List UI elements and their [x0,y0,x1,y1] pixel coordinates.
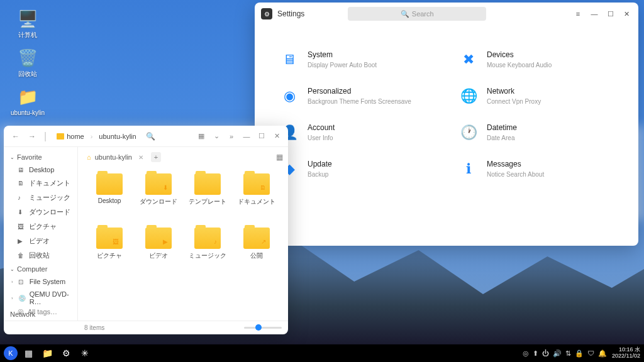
folder-music[interactable]: ♪ミュージック [185,225,230,275]
settings-item-sub: Date Area [487,134,517,141]
sidebar-item-label: ピクチャ [29,222,57,231]
tab-add-button[interactable]: + [151,152,161,162]
tray-network-icon[interactable]: ⇅ [565,349,571,358]
desktop-icon-computer[interactable]: 🖥️ 计算机 [8,5,48,41]
settings-item-system[interactable]: 🖥SystemDisplay Power Auto Boot [280,50,434,69]
settings-item-messages[interactable]: ℹMessagesNotice Search About [459,160,613,178]
folder-pictures[interactable]: 🖼ピクチャ [87,225,132,275]
tray-icon[interactable]: ◎ [523,349,529,358]
settings-search[interactable]: 🔍 Search [348,7,486,21]
breadcrumb-label: ubuntu-kylin [99,133,136,140]
folder-label: ピクチャ [97,251,122,260]
document-icon: 🗎 [18,180,25,187]
chevron-down-icon: ⌄ [10,266,14,272]
settings-item-devices[interactable]: ✖DevicesMouse Keyboard Audio [459,50,613,69]
view-grid-button[interactable]: ▦ [195,130,208,143]
minimize-button[interactable]: — [240,130,253,143]
taskbar-file-manager[interactable]: 📁 [39,346,55,361]
more-button[interactable]: » [225,130,238,143]
music-icon: ♪ [18,194,25,201]
settings-item-sub: Mouse Keyboard Audio [487,62,552,69]
slider-thumb[interactable] [255,324,262,331]
desktop-icon-home[interactable]: 📁 ubuntu-kylin [8,83,48,119]
window-controls: ≡ — ☐ ✕ [573,9,632,19]
zoom-slider[interactable] [244,327,282,329]
folder-label: ミュージック [189,251,226,260]
folder-templates[interactable]: テンプレート [185,171,230,221]
sidebar-item-desktop[interactable]: 🖥Desktop [4,163,77,176]
desktop-icon-trash[interactable]: 🗑️ 回收站 [8,44,48,80]
folder-badge: ↗ [261,238,266,245]
back-button[interactable]: ← [9,129,23,143]
tray-icon[interactable]: ⬆ [533,349,538,358]
sidebar-item-documents[interactable]: 🗎ドキュメント [4,176,77,190]
breadcrumb: home › ubuntu-kylin [54,131,139,141]
folder-label: 公開 [250,251,263,260]
sidebar-group-label: Favorite [17,153,42,161]
file-manager-main: ⌂ ubuntu-kylin ✕ + ▦ Desktop ⬇ダウンロード テンプ… [78,147,288,321]
folder-icon [57,133,64,140]
sidebar-item-pictures[interactable]: 🖼ピクチャ [4,219,77,234]
close-button[interactable]: ✕ [622,9,632,19]
sidebar-item-videos[interactable]: ▶ビデオ [4,234,77,248]
clock-icon: 🕐 [459,123,478,142]
sidebar-item-filesystem[interactable]: ›⊡File System [4,275,77,288]
sidebar-item-trash[interactable]: 🗑回收站 [4,248,77,263]
folder-public[interactable]: ↗公開 [234,225,279,275]
sidebar-item-music[interactable]: ♪ミュージック [4,190,77,205]
sidebar-group-computer[interactable]: ⌄Computer [4,263,77,275]
desktop-icon-label: 回收站 [18,70,37,78]
folder-badge: ♪ [214,238,217,245]
chevron-down-icon[interactable]: ⌄ [210,130,223,143]
chevron-right-icon: › [91,133,93,140]
download-icon: ⬇ [18,209,25,216]
tray-volume-icon[interactable]: 🔊 [553,349,562,358]
folder-documents[interactable]: 🗎ドキュメント [234,171,279,221]
folder-icon: ↗ [243,228,270,249]
folder-videos[interactable]: ▶ビデオ [136,225,181,275]
forward-button[interactable]: → [25,129,39,143]
folder-downloads[interactable]: ⬇ダウンロード [136,171,181,221]
tray-security-icon[interactable]: 🛡 [587,349,594,357]
taskbar-app[interactable]: ✳ [77,346,93,361]
launcher-button[interactable]: K [4,346,18,360]
menu-button[interactable]: ≡ [573,9,583,19]
settings-grid: 🖥SystemDisplay Power Auto Boot ✖DevicesM… [255,25,638,191]
info-icon: ℹ [459,160,478,178]
settings-item-account[interactable]: 👤AccountUser Info [280,123,434,142]
drive-icon: ⊡ [18,278,26,285]
separator: | [44,131,47,142]
tab-current[interactable]: ⌂ ubuntu-kylin ✕ [83,152,147,162]
taskbar-settings[interactable]: ⚙ [58,346,74,361]
sidebar-item-downloads[interactable]: ⬇ダウンロード [4,205,77,219]
folder-label: ビデオ [149,251,168,260]
tab-close-button[interactable]: ✕ [138,154,143,161]
settings-item-sub: Backgroun Theme Fonts Screensave [308,98,411,105]
tray-notification-icon[interactable]: 🔔 [598,349,607,358]
sidebar-group-favorite[interactable]: ⌄Favorite [4,151,77,163]
breadcrumb-current[interactable]: ubuntu-kylin [96,131,138,141]
maximize-button[interactable]: ☐ [606,9,616,19]
taskbar-clock[interactable]: 10:16 水 2022/11/02 [612,347,640,359]
tray-power-icon[interactable]: ⏻ [542,349,549,357]
tray-lock-icon[interactable]: 🔒 [575,349,584,358]
settings-item-datetime[interactable]: 🕐DatetimeDate Area [459,123,613,142]
settings-item-update[interactable]: ◆UpdateBackup [280,160,434,178]
settings-item-personalized[interactable]: ◉PersonalizedBackgroun Theme Fonts Scree… [280,87,434,106]
folder-icon [96,173,123,195]
settings-item-head: Personalized [308,87,411,96]
folder-desktop[interactable]: Desktop [87,171,132,221]
calendar-view-button[interactable]: ▦ [276,153,283,162]
search-button[interactable]: 🔍 [144,129,158,143]
desktop-icon-label: ubuntu-kylin [11,109,45,117]
maximize-button[interactable]: ☐ [255,130,268,143]
clock-date: 2022/11/02 [612,353,640,359]
settings-item-network[interactable]: 🌐NetworkConnect Vpn Proxy [459,87,613,106]
sidebar-item-all-tags[interactable]: ◎All tags… [4,305,78,318]
settings-item-head: Messages [487,160,544,168]
minimize-button[interactable]: — [589,9,599,19]
close-button[interactable]: ✕ [270,130,283,143]
task-view-button[interactable]: ▦ [20,346,36,361]
settings-titlebar[interactable]: ⚙ Settings 🔍 Search ≡ — ☐ ✕ [255,3,638,25]
breadcrumb-home[interactable]: home [54,131,87,141]
